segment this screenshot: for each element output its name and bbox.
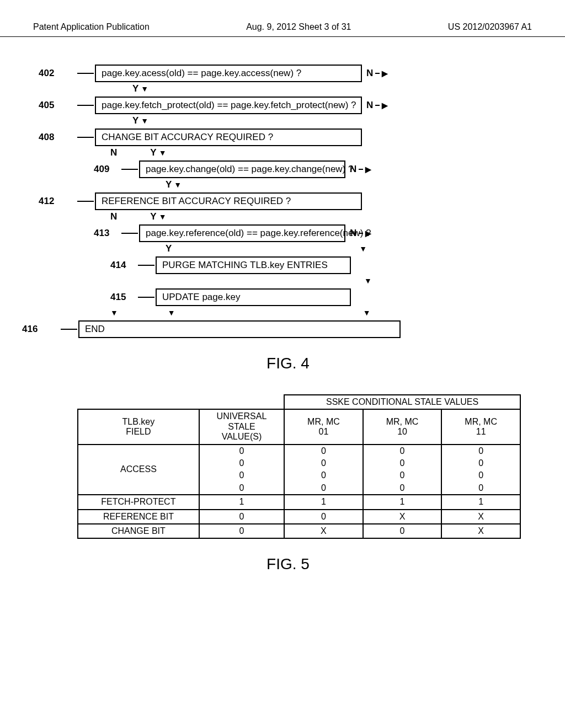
flowchart-fig4: 402 page.key.acess(old) == page.key.acce… <box>77 65 532 338</box>
y-label: Y <box>166 243 172 254</box>
y-label: Y <box>166 179 172 190</box>
y-connector-413: Y ▼ <box>77 242 532 255</box>
cell-value: 0 <box>200 445 284 457</box>
arrow-right-icon: ▶ <box>365 165 371 174</box>
cell: 1 <box>363 495 442 509</box>
ref-402: 402 <box>39 68 54 79</box>
table-row: CHANGE BIT 0 X 0 X <box>78 524 520 538</box>
cell: 0 <box>363 524 442 538</box>
table-header-span: SSKE CONDITIONAL STALE VALUES <box>284 395 520 409</box>
arrow-right-icon: ▶ <box>365 229 371 238</box>
col-mrmc-11: MR, MC 11 <box>441 409 520 444</box>
cell-value: 0 <box>200 482 284 494</box>
table-row: ACCESS 0 0 0 0 0 0 0 0 0 0 0 0 <box>78 445 520 495</box>
ref-415: 415 <box>110 292 126 303</box>
decision-402: page.key.acess(old) == page.key.access(n… <box>95 65 362 82</box>
cell-value: 0 <box>442 482 520 494</box>
figure-4-label: FIG. 4 <box>44 355 532 372</box>
arrow-right-icon: ▶ <box>382 101 388 110</box>
arrow-down-icon: ▼ <box>359 246 367 251</box>
leader-line <box>77 73 94 74</box>
flow-step-409: 409 page.key.change(old) == page.key.cha… <box>121 160 532 178</box>
arrow-down-icon: ▼ <box>141 118 148 124</box>
cell: 0 0 0 0 <box>363 445 442 495</box>
cell-value: 0 <box>364 482 441 494</box>
cell: 0 0 0 0 <box>199 445 284 495</box>
cell: X <box>441 524 520 538</box>
connector-414: ▼ <box>77 274 532 287</box>
cell: 0 <box>284 510 363 524</box>
cell-value: 0 <box>200 457 284 469</box>
ref-405: 405 <box>39 100 54 111</box>
row-reference-label: REFERENCE BIT <box>78 510 199 524</box>
row-fetch-label: FETCH-PROTECT <box>78 495 199 509</box>
cell: 1 <box>284 495 363 509</box>
n-label: N <box>110 147 117 158</box>
yn-connector-408: N Y ▼ <box>77 146 532 159</box>
row-access-label: ACCESS <box>78 445 199 495</box>
arrow-down-icon: ▼ <box>174 182 182 188</box>
y-connector-402: Y ▼ <box>77 82 532 95</box>
cell: X <box>363 510 442 524</box>
decision-408: CHANGE BIT ACCURACY REQUIRED ? <box>95 129 362 146</box>
cell: 0 0 0 0 <box>441 445 520 495</box>
arrow-down-icon: ▼ <box>364 278 372 283</box>
cell-value: 0 <box>200 469 284 481</box>
arrow-right-icon: ▶ <box>382 69 388 78</box>
cell: 0 <box>199 524 284 538</box>
flow-step-414: 414 PURGE MATCHING TLB.key ENTRIES <box>138 256 532 274</box>
cell-value: 0 <box>364 457 441 469</box>
flow-step-413: 413 page.key.reference(old) == page.key.… <box>121 224 532 242</box>
arrow-down-icon: ▼ <box>159 150 167 156</box>
decision-413: page.key.reference(old) == page.key.refe… <box>139 224 345 242</box>
y-connector-405: Y ▼ <box>77 114 532 127</box>
table-row: TLB.key FIELD UNIVERSAL STALE VALUE(S) M… <box>78 409 520 444</box>
ref-416: 416 <box>22 324 38 335</box>
header-left: Patent Application Publication <box>33 22 150 32</box>
cell: X <box>284 524 363 538</box>
branch-n-413: N ▶ <box>350 228 371 239</box>
cell-value: 0 <box>364 469 441 481</box>
y-label: Y <box>150 147 156 158</box>
branch-n-402: N ▶ <box>366 68 388 79</box>
decision-412: REFERENCE BIT ACCURACY REQUIRED ? <box>95 192 362 210</box>
table-row: REFERENCE BIT 0 0 X X <box>78 510 520 524</box>
flow-step-415: 415 UPDATE page.key <box>138 288 532 306</box>
connector-415: ▼ ▼ ▼ <box>77 306 532 319</box>
n-label: N <box>110 211 117 222</box>
ref-412: 412 <box>39 196 54 207</box>
y-connector-409: Y ▼ <box>77 178 532 191</box>
cell-value: 0 <box>442 469 520 481</box>
yn-connector-412: N Y ▼ <box>77 210 532 223</box>
arrow-down-icon: ▼ <box>159 214 167 220</box>
cell-value: 0 <box>285 445 363 457</box>
ref-413: 413 <box>94 228 109 239</box>
cell-value: 0 <box>285 457 363 469</box>
ref-408: 408 <box>39 132 54 143</box>
arrow-down-icon: ▼ <box>110 310 118 315</box>
cell: 1 <box>199 495 284 509</box>
col-mrmc-01: MR, MC 01 <box>284 409 363 444</box>
flow-step-405: 405 page.key.fetch_protect(old) == page.… <box>77 97 532 114</box>
header-center: Aug. 9, 2012 Sheet 3 of 31 <box>246 22 351 32</box>
cell: 0 <box>199 510 284 524</box>
n-label: N <box>366 100 373 111</box>
cell-value: 0 <box>364 445 441 457</box>
n-label: N <box>350 228 356 239</box>
flow-step-416: 416 END <box>61 320 532 338</box>
arrow-down-icon: ▼ <box>363 310 371 315</box>
arrow-down-icon: ▼ <box>168 310 175 315</box>
y-label: Y <box>132 83 138 94</box>
y-label: Y <box>150 211 156 222</box>
y-label: Y <box>132 115 138 126</box>
decision-405: page.key.fetch_protect(old) == page.key.… <box>95 97 362 114</box>
n-label: N <box>350 164 356 175</box>
arrow-down-icon: ▼ <box>141 86 148 92</box>
cell: 1 <box>441 495 520 509</box>
process-415: UPDATE page.key <box>156 288 351 306</box>
n-label: N <box>366 68 373 79</box>
header-right: US 2012/0203967 A1 <box>448 22 532 32</box>
ref-414: 414 <box>110 260 126 271</box>
sske-table: SSKE CONDITIONAL STALE VALUES TLB.key FI… <box>77 394 521 539</box>
flow-step-402: 402 page.key.acess(old) == page.key.acce… <box>77 65 532 82</box>
